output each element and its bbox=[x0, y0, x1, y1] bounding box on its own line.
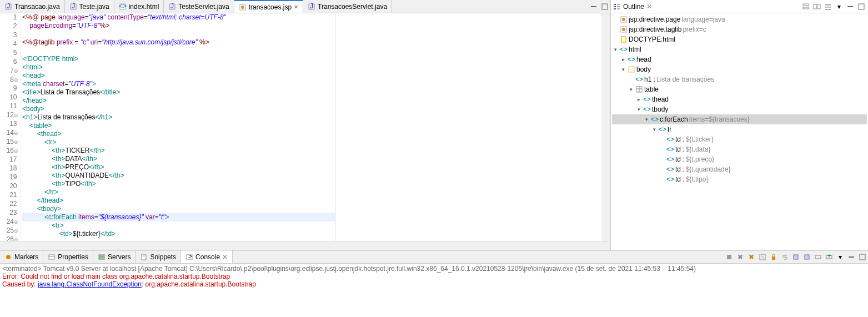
close-icon[interactable]: ✕ bbox=[646, 3, 652, 11]
console-dropdown-icon[interactable]: ▾ bbox=[835, 252, 845, 262]
close-icon[interactable]: ✕ bbox=[222, 253, 228, 261]
bottom-panel: MarkersPropertiesServersSnippets>Console… bbox=[0, 250, 868, 317]
code-line[interactable]: <%@ page language="java" contentType="te… bbox=[22, 13, 335, 22]
code-line[interactable]: <head> bbox=[22, 72, 335, 80]
outline-item[interactable]: <>td : ${t.quantidade} bbox=[612, 164, 867, 174]
outline-menu-icon[interactable] bbox=[824, 2, 832, 11]
code-line[interactable]: <meta charset="UTF-8"> bbox=[22, 80, 335, 88]
code-area[interactable]: <%@ page language="java" contentType="te… bbox=[21, 13, 335, 241]
code-line[interactable]: <tr> bbox=[22, 222, 335, 230]
clear-console-icon[interactable] bbox=[757, 252, 767, 262]
code-line[interactable]: <td>${t.ticker}</td> bbox=[22, 230, 335, 238]
code-line[interactable]: <tbody> bbox=[22, 205, 335, 213]
node-meta: ${t.data} bbox=[686, 145, 711, 153]
minimize-icon[interactable] bbox=[589, 2, 599, 11]
remove-all-icon[interactable]: ✖ bbox=[735, 252, 745, 262]
outline-item[interactable]: ▸<>head bbox=[612, 54, 867, 64]
minimize-icon[interactable] bbox=[846, 252, 856, 262]
code-line[interactable]: <html> bbox=[22, 63, 335, 72]
outline-item[interactable]: ▾<>html bbox=[612, 44, 867, 54]
code-line[interactable]: <title>Lista de Transações</title> bbox=[22, 88, 335, 97]
collapse-all-icon[interactable] bbox=[801, 2, 810, 11]
code-line[interactable]: <c:forEach items="${transacoes}" var="t"… bbox=[22, 213, 335, 222]
link-editor-icon[interactable] bbox=[812, 2, 821, 11]
code-line[interactable]: </tr> bbox=[22, 188, 335, 197]
word-wrap-icon[interactable] bbox=[780, 252, 790, 262]
bottom-tab-properties[interactable]: Properties bbox=[43, 250, 93, 263]
outline-item[interactable]: ▾<>c:forEach items=${transacoes} bbox=[612, 114, 867, 124]
code-line[interactable]: <!DOCTYPE html> bbox=[22, 55, 335, 63]
expand-arrow-icon[interactable]: ▾ bbox=[620, 67, 626, 72]
svg-rect-16 bbox=[614, 8, 616, 9]
code-line[interactable]: </thead> bbox=[22, 197, 335, 205]
code-line[interactable]: <th>PREÇO</th> bbox=[22, 163, 335, 172]
pin-console-icon[interactable] bbox=[791, 252, 801, 262]
minimize-icon[interactable] bbox=[846, 2, 855, 11]
remove-launch-icon[interactable]: ✖ bbox=[746, 252, 756, 262]
outline-item[interactable]: <>td : ${t.preco} bbox=[612, 154, 867, 164]
outline-item[interactable]: DOCTYPE:html bbox=[612, 34, 867, 44]
expand-arrow-icon[interactable]: ▾ bbox=[628, 87, 634, 92]
editor-hscroll[interactable] bbox=[0, 241, 610, 250]
code-line[interactable]: <th>DATA</th> bbox=[22, 155, 335, 163]
bottom-tab-servers[interactable]: Servers bbox=[93, 250, 136, 263]
outline-item[interactable]: ▾body bbox=[612, 64, 867, 74]
svg-rect-21 bbox=[803, 7, 809, 9]
expand-arrow-icon[interactable]: ▸ bbox=[620, 57, 626, 62]
tab-transacoes-jsp[interactable]: transacoes.jsp ✕ bbox=[234, 0, 303, 13]
outline-tree[interactable]: jsp:directive.page language=javajsp:dire… bbox=[611, 13, 868, 250]
outline-item[interactable]: ▸<>thead bbox=[612, 94, 867, 104]
tab-index-html[interactable]: <>index.html bbox=[114, 0, 164, 13]
tab-Teste-java[interactable]: JTeste.java bbox=[65, 0, 114, 13]
bottom-tab-snippets[interactable]: Snippets bbox=[136, 250, 181, 263]
node-label: thead bbox=[652, 95, 669, 103]
code-line[interactable]: </head> bbox=[22, 97, 335, 105]
tab-TransacoesServlet-java[interactable]: JTransacoesServlet.java bbox=[303, 0, 392, 13]
bottom-tab-markers[interactable]: Markers bbox=[0, 250, 43, 263]
show-console-icon[interactable] bbox=[802, 252, 812, 262]
expand-arrow-icon[interactable]: ▾ bbox=[651, 127, 658, 132]
view-menu-icon[interactable]: ▾ bbox=[835, 2, 844, 11]
code-line[interactable] bbox=[22, 47, 335, 55]
expand-arrow-icon[interactable]: ▸ bbox=[635, 97, 642, 102]
tab-TesteServlet-java[interactable]: JTesteServlet.java bbox=[164, 0, 234, 13]
code-line[interactable] bbox=[22, 30, 335, 38]
maximize-icon[interactable] bbox=[857, 252, 867, 262]
maximize-icon[interactable] bbox=[857, 2, 866, 11]
close-icon[interactable]: ✕ bbox=[294, 4, 298, 10]
code-line[interactable]: <h1>Lista de transações</h1> bbox=[22, 113, 335, 122]
expand-arrow-icon[interactable]: ▾ bbox=[612, 47, 619, 52]
code-line[interactable]: pageEncoding="UTF-8"%> bbox=[22, 22, 335, 30]
outline-item[interactable]: <>td : ${t.ticker} bbox=[612, 134, 867, 144]
outline-item[interactable]: <>td : ${t.tipo} bbox=[612, 174, 867, 184]
code-line[interactable]: <th>TIPO</th> bbox=[22, 180, 335, 188]
tab-Transacao-java[interactable]: JTransacao.java bbox=[0, 0, 65, 13]
terminate-icon[interactable] bbox=[724, 252, 734, 262]
code-line[interactable]: <%@taglib prefix = "c" uri="http://java.… bbox=[22, 38, 335, 47]
node-icon: <> bbox=[666, 155, 674, 163]
bottom-tab-console[interactable]: >Console ✕ bbox=[181, 250, 233, 263]
expand-arrow-icon[interactable]: ▾ bbox=[643, 117, 650, 122]
code-line[interactable]: <tr> bbox=[22, 138, 335, 147]
maximize-icon[interactable] bbox=[600, 2, 610, 11]
editor-vscroll[interactable] bbox=[601, 13, 610, 241]
exception-link[interactable]: java.lang.ClassNotFoundException bbox=[38, 280, 142, 288]
outline-item[interactable]: jsp:directive.page language=java bbox=[612, 14, 867, 24]
outline-item[interactable]: <>h1 : Lista de transações bbox=[612, 74, 867, 84]
expand-arrow-icon[interactable]: ▾ bbox=[635, 107, 642, 112]
code-line[interactable]: <thead> bbox=[22, 130, 335, 138]
code-line[interactable]: <th>TICKER</th> bbox=[22, 147, 335, 155]
display-selected-icon[interactable] bbox=[813, 252, 823, 262]
outline-item[interactable]: ▾table bbox=[612, 84, 867, 94]
outline-item[interactable]: ▾<>tr bbox=[612, 124, 867, 134]
svg-rect-23 bbox=[817, 4, 820, 9]
console-body[interactable]: <terminated> Tomcat v9.0 Server at local… bbox=[0, 264, 868, 317]
outline-item[interactable]: jsp:directive.taglib prefix=c bbox=[612, 24, 867, 34]
outline-item[interactable]: <>td : ${t.data} bbox=[612, 144, 867, 154]
code-line[interactable]: <th>QUANTIDADE</th> bbox=[22, 172, 335, 180]
code-line[interactable]: <table> bbox=[22, 122, 335, 130]
open-console-icon[interactable]: + bbox=[824, 252, 834, 262]
scroll-lock-icon[interactable] bbox=[769, 252, 779, 262]
outline-item[interactable]: ▾<>tbody bbox=[612, 104, 867, 114]
code-line[interactable]: <body> bbox=[22, 105, 335, 113]
